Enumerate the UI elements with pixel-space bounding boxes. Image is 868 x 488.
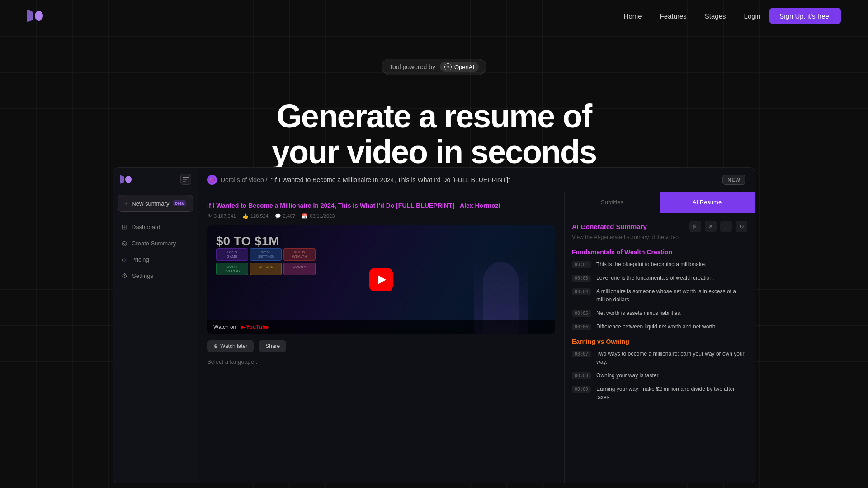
sidebar-item-label: Dashboard: [132, 224, 160, 230]
watch-text: Watch on: [213, 324, 236, 330]
summary-item: 00:07 Two ways to become a millionaire: …: [572, 350, 747, 366]
ai-summary-description: View the AI-generated summary of the vid…: [572, 234, 747, 240]
summary-text: Earning your way: make $2 million and di…: [596, 385, 747, 401]
video-play-overlay: [207, 225, 555, 334]
likes-icon: 👍: [242, 213, 249, 219]
timestamp: 00:07: [572, 351, 591, 357]
login-button[interactable]: Login: [744, 12, 761, 20]
svg-rect-0: [183, 177, 189, 178]
video-likes: 👍 128,524: [242, 213, 269, 219]
sidebar-item-label: Settings: [132, 272, 153, 279]
timestamp: 00:03: [572, 275, 591, 282]
sidebar-header: [113, 174, 198, 191]
new-summary-label: New summary: [132, 200, 169, 207]
breadcrumb: 🟣 Details of video / "If I Wanted to Bec…: [207, 175, 510, 185]
play-button[interactable]: [369, 268, 393, 291]
sidebar-item-label: Create Summary: [132, 240, 176, 247]
timestamp: 00:01: [572, 261, 591, 268]
ai-summary-actions: ⎘ ✕ ↓ ↻: [689, 221, 747, 232]
svg-rect-2: [183, 181, 186, 182]
app-demo: + New summary beta ⊞ Dashboard ◎ Create …: [0, 167, 868, 483]
language-row: Select a language :: [207, 358, 555, 365]
watch-later-button[interactable]: ⊕ Watch later: [207, 340, 254, 352]
sidebar-item-dashboard[interactable]: ⊞ Dashboard: [117, 219, 194, 235]
language-label: Select a language :: [207, 358, 257, 365]
copy-action[interactable]: ⎘: [689, 221, 701, 232]
summary-text: Difference between liquid net worth and …: [596, 323, 717, 331]
nav-links: Home Features Stages: [624, 12, 726, 20]
views-icon: 👁: [207, 213, 212, 219]
summary-tabs: Subtitles AI Resume: [565, 192, 755, 213]
breadcrumb-icon: 🟣: [207, 175, 217, 185]
sidebar-item-label: Pricing: [131, 256, 149, 263]
settings-icon: ⚙: [122, 272, 127, 279]
header-right: NEW: [722, 175, 745, 185]
sidebar-item-create-summary[interactable]: ◎ Create Summary: [117, 235, 194, 251]
summary-item: 00:08 Owning your way is faster.: [572, 371, 747, 380]
sidebar-nav: ⊞ Dashboard ◎ Create Summary ◇ Pricing ⚙…: [113, 216, 198, 287]
download-action[interactable]: ↓: [720, 221, 732, 232]
summary-item: 00:04 A millionaire is someone whose net…: [572, 287, 747, 304]
summary-item: 00:06 Difference between liquid net wort…: [572, 323, 747, 331]
content-body: If I Wanted to Become a Millionaire In 2…: [198, 192, 755, 483]
video-title: If I Wanted to Become a Millionaire In 2…: [207, 202, 500, 211]
summary-panel: Subtitles AI Resume AI Generated Summary…: [565, 192, 755, 483]
pricing-icon: ◇: [122, 256, 127, 263]
summary-text: This is the blueprint to becoming a mill…: [596, 260, 706, 268]
tab-subtitles[interactable]: Subtitles: [565, 192, 660, 213]
main-content: 🟣 Details of video / "If I Wanted to Bec…: [198, 167, 755, 483]
timestamp: 00:06: [572, 324, 591, 330]
svg-rect-1: [183, 179, 187, 180]
summary-item: 00:09 Earning your way: make $2 million …: [572, 385, 747, 401]
views-count: 3,107,941: [214, 213, 236, 219]
new-summary-button[interactable]: + New summary beta: [118, 195, 193, 212]
timestamp: 00:09: [572, 386, 591, 393]
summary-body: AI Generated Summary ⎘ ✕ ↓ ↻ View the AI…: [565, 213, 755, 483]
timestamp: 00:05: [572, 310, 591, 317]
x-action[interactable]: ✕: [705, 221, 717, 232]
sidebar-logo: [120, 175, 132, 184]
nav-features[interactable]: Features: [660, 12, 687, 20]
comments-icon: 💬: [275, 213, 281, 219]
navbar: Home Features Stages Login Sign Up, it's…: [0, 0, 868, 32]
refresh-action[interactable]: ↻: [736, 221, 747, 232]
summary-text: A millionaire is someone whose net worth…: [596, 287, 747, 304]
logo: [27, 9, 43, 22]
summary-item: 00:05 Net worth is assets minus liabilit…: [572, 309, 747, 317]
video-views: 👁 3,107,941: [207, 213, 236, 219]
date-value: 08/11/2023: [310, 213, 335, 219]
share-button[interactable]: Share: [259, 340, 286, 352]
nav-home[interactable]: Home: [624, 12, 642, 20]
timestamp: 00:08: [572, 372, 591, 379]
breadcrumb-prefix: Details of video /: [221, 176, 268, 183]
summary-item: 00:03 Level one is the fundamentals of w…: [572, 274, 747, 282]
summary-text: Owning your way is faster.: [596, 371, 660, 380]
video-comments: 💬 2,407: [275, 213, 296, 219]
video-buttons: ⊕ Watch later Share: [207, 340, 555, 352]
tab-ai-resume[interactable]: AI Resume: [660, 192, 755, 213]
logo-shape: [27, 9, 43, 22]
sidebar-collapse-button[interactable]: [180, 174, 191, 185]
video-meta: 👁 3,107,941 👍 128,524 💬 2,407: [207, 213, 500, 219]
dashboard-icon: ⊞: [122, 223, 127, 230]
openai-badge: ✦ OpenAI: [440, 62, 479, 72]
summary-text: Net worth is assets minus liabilities.: [596, 309, 682, 317]
calendar-icon: 📅: [302, 213, 308, 219]
youtube-logo: ▶ YouTube: [241, 324, 269, 330]
video-title-row: If I Wanted to Become a Millionaire In 2…: [207, 202, 555, 219]
play-icon: [378, 275, 386, 284]
create-summary-icon: ◎: [122, 239, 127, 247]
new-badge: NEW: [722, 175, 745, 185]
ai-summary-header: AI Generated Summary ⎘ ✕ ↓ ↻: [572, 221, 747, 232]
signup-button[interactable]: Sign Up, it's free!: [769, 8, 841, 24]
summary-text: Two ways to become a millionaire: earn y…: [596, 350, 747, 366]
sidebar-item-settings[interactable]: ⚙ Settings: [117, 268, 194, 283]
comments-count: 2,407: [283, 213, 296, 219]
timestamp: 00:04: [572, 288, 591, 295]
watch-bar: Watch on ▶ YouTube: [207, 320, 555, 334]
likes-count: 128,524: [250, 213, 269, 219]
video-date: 📅 08/11/2023: [302, 213, 335, 219]
content-header: 🟣 Details of video / "If I Wanted to Bec…: [198, 168, 755, 192]
sidebar-item-pricing[interactable]: ◇ Pricing: [117, 252, 194, 267]
nav-stages[interactable]: Stages: [705, 12, 726, 20]
